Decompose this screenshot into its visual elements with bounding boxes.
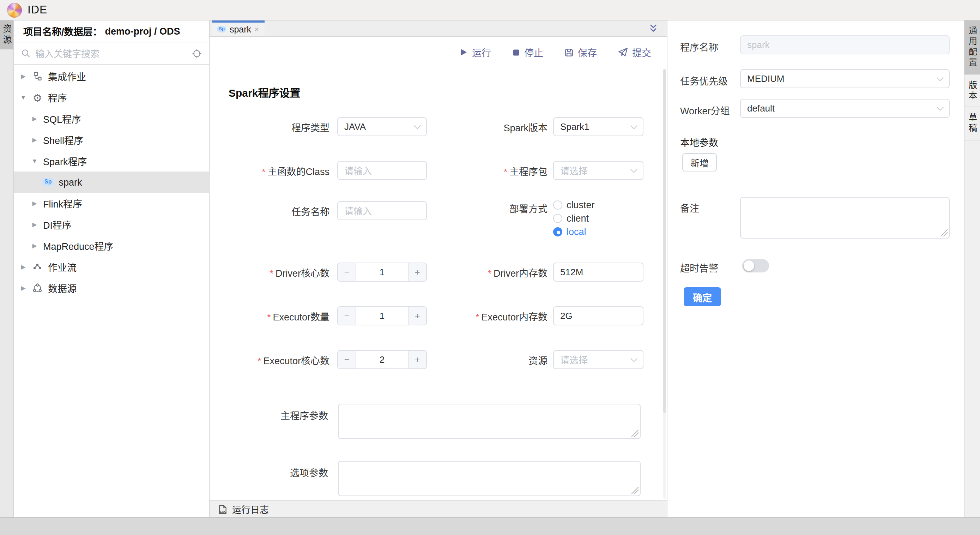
radio-icon[interactable] [553,213,562,223]
tab-general-config[interactable]: 通用配置 [964,21,980,75]
tree-item-shell-programs[interactable]: ▶ Shell程序 [14,129,209,150]
radio-checked-icon[interactable] [553,227,562,236]
tree-item-mapreduce-programs[interactable]: ▶ MapReduce程序 [14,235,209,256]
tree-item-flink-programs[interactable]: ▶ Flink程序 [14,193,209,214]
chevron-right-icon[interactable]: ▶ [31,200,38,207]
save-label: 保存 [578,45,597,59]
resize-grip-icon[interactable] [940,229,948,236]
worker-group-value: default [747,103,775,114]
radio-cluster[interactable]: cluster [553,200,595,210]
chevron-right-icon[interactable]: ▶ [20,285,27,291]
remark-textarea[interactable] [740,197,950,239]
submit-button[interactable]: 提交 [618,45,651,59]
task-name-input[interactable]: 请输入 [337,201,427,220]
chevron-right-icon[interactable]: ▶ [31,136,38,143]
worker-group-select[interactable]: default [740,99,950,118]
app-logo-icon [7,2,22,17]
executor-memory-input[interactable]: 2G [553,306,643,325]
required-asterisk: * [258,355,261,366]
tree-item-spark-programs[interactable]: ▼ Spark程序 [14,150,209,172]
add-param-button[interactable]: 新增 [682,153,717,172]
option-args-label: 选项参数 [210,461,328,479]
main-class-label: *主函数的Class [210,163,329,178]
executor-memory-value: 2G [560,310,573,321]
priority-select[interactable]: MEDIUM [740,69,950,88]
tab-drafts[interactable]: 草稿 [964,107,980,140]
executor-count-label: *Executor数量 [210,309,329,323]
minus-button[interactable]: − [338,263,356,281]
chevron-right-icon[interactable]: ▶ [31,242,38,249]
spark-settings-form: Spark程序设置 程序类型 JAVA Spark版本 Spark1 [210,68,667,500]
scrollbar-thumb[interactable] [663,69,666,413]
radio-client[interactable]: client [553,213,589,223]
chevron-right-icon[interactable]: ▶ [20,73,27,80]
spark-version-select[interactable]: Spark1 [553,117,643,136]
chevron-right-icon[interactable]: ▶ [20,263,27,270]
tab-versions[interactable]: 版本 [964,75,980,107]
local-params-label: 本地参数 [680,135,718,149]
tree-item-sql-programs[interactable]: ▶ SQL程序 [14,108,209,129]
run-log-bar[interactable]: LOG 运行日志 [210,500,667,517]
driver-cores-label: *Driver核心数 [210,265,329,279]
main-package-select[interactable]: 请选择 [553,161,643,180]
task-name-label: 任务名称 [210,204,329,218]
tree-item-spark-selected[interactable]: Sp spark [14,172,209,193]
search-icon [21,49,30,58]
main-args-textarea[interactable] [338,404,641,439]
driver-cores-value[interactable]: 1 [356,263,408,281]
collapse-panel-button[interactable] [648,23,658,33]
tab-spark[interactable]: Sp spark × [212,21,264,36]
stop-button[interactable]: 停止 [512,45,543,59]
resize-grip-icon[interactable] [632,487,638,494]
main-class-input[interactable]: 请输入 [337,161,427,180]
project-breadcrumb: 项目名称/数据层： demo-proj / ODS [14,21,209,42]
tree-item-workflows[interactable]: ▶ 作业流 [14,256,209,277]
executor-memory-label: *Executor内存数 [435,309,547,323]
remark-label: 备注 [680,201,699,215]
chevron-down-icon[interactable]: ▼ [31,158,38,164]
program-type-select[interactable]: JAVA [337,117,427,136]
plus-button[interactable]: + [408,307,426,325]
program-name-input[interactable]: spark [740,35,950,54]
tree-item-datasources[interactable]: ▶ 数据源 [14,277,209,299]
tree-item-di-programs[interactable]: ▶ DI程序 [14,214,209,235]
resource-select[interactable]: 请选择 [553,350,643,369]
radio-icon[interactable] [553,200,562,209]
minus-button[interactable]: − [338,351,356,368]
radio-client-label: client [566,213,589,223]
main-package-label: *主程序包 [435,163,547,178]
minus-button[interactable]: − [338,307,356,325]
executor-cores-value[interactable]: 2 [356,351,408,368]
timeout-alarm-toggle[interactable] [742,259,769,272]
spark-version-label: Spark版本 [435,119,547,134]
priority-label: 任务优先级 [680,73,728,88]
driver-memory-input[interactable]: 512M [553,263,643,282]
chevron-right-icon[interactable]: ▶ [31,221,38,228]
resize-grip-icon[interactable] [632,430,638,437]
close-icon[interactable]: × [255,26,259,33]
confirm-button[interactable]: 确定 [684,287,721,306]
tree-item-label: Shell程序 [43,133,83,147]
required-asterisk: * [488,268,492,279]
executor-count-value[interactable]: 1 [356,307,408,325]
plus-button[interactable]: + [408,351,426,368]
option-args-textarea[interactable] [338,461,641,496]
chevron-down-icon[interactable]: ▼ [20,94,27,101]
save-button[interactable]: 保存 [565,45,597,59]
editor-tab-bar: Sp spark × [210,21,667,37]
form-scrollbar[interactable] [663,69,666,499]
tree-search-bar[interactable]: 输入关键字搜索 [14,42,209,65]
tree-item-integration-jobs[interactable]: ▶ 集成作业 [14,66,209,87]
locate-target-icon[interactable] [192,48,202,58]
run-label: 运行 [472,45,491,59]
plus-button[interactable]: + [408,263,426,281]
radio-local[interactable]: local [553,226,586,236]
tab-resources[interactable]: 资源 [0,21,13,49]
chevron-down-icon [630,166,638,173]
chevron-right-icon[interactable]: ▶ [31,115,38,122]
search-input[interactable]: 输入关键字搜索 [35,46,187,60]
tree-item-label: 作业流 [48,260,76,274]
run-button[interactable]: 运行 [459,45,491,59]
tree-item-label: 数据源 [48,281,76,295]
tree-item-programs[interactable]: ▼ ⚙ 程序 [14,87,209,108]
